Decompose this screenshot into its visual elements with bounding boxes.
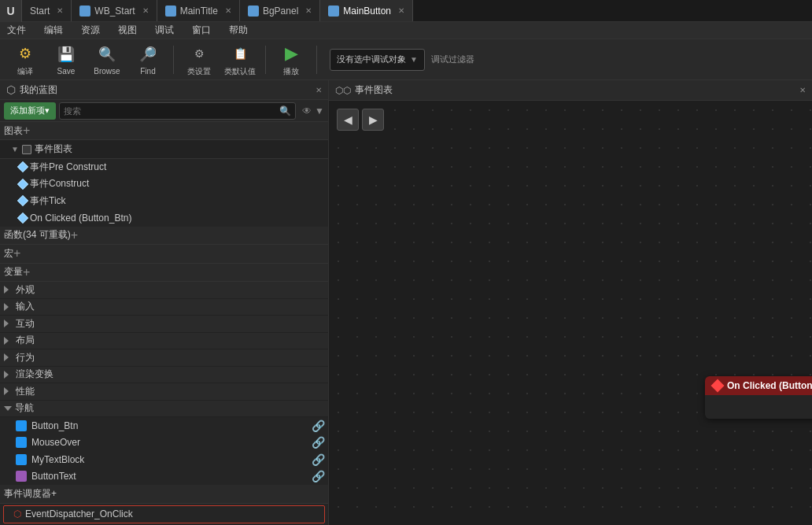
tab-start-close[interactable]: ✕ xyxy=(57,6,63,15)
graph-add-icon[interactable]: + xyxy=(23,124,30,138)
find-label: Find xyxy=(140,67,155,76)
filter-icon[interactable]: ▼ xyxy=(315,105,324,116)
class-defaults-button[interactable]: 📋 类默认值 xyxy=(221,42,259,78)
appearance-label: 外观 xyxy=(16,283,35,297)
add-new-label: 添加新项▾ xyxy=(10,105,50,116)
functions-section-header[interactable]: 函数(34 可重载) + xyxy=(0,227,328,245)
tab-bg-panel[interactable]: BgPanel ✕ xyxy=(240,0,320,21)
performance-group[interactable]: 性能 xyxy=(0,383,328,401)
tab-main-button[interactable]: MainButton ✕ xyxy=(320,0,413,21)
debug-dropdown-arrow: ▼ xyxy=(410,55,418,64)
blueprint-panel-close[interactable]: ✕ xyxy=(316,86,322,94)
save-button[interactable]: 💾 Save xyxy=(47,42,85,78)
blueprint-canvas[interactable]: ◀ ▶ Button Text My Text Block xyxy=(329,101,812,525)
tab-bg-panel-close[interactable]: ✕ xyxy=(305,6,312,15)
add-new-button[interactable]: 添加新项▾ xyxy=(4,102,56,120)
play-button[interactable]: ▶ 播放 xyxy=(272,42,310,78)
tree-item-tick[interactable]: 事件Tick xyxy=(0,193,328,209)
menu-view[interactable]: 视图 xyxy=(115,24,140,37)
event-dispatcher-onclick[interactable]: ⬡ EventDispatcher_OnClick xyxy=(3,505,325,523)
var-mouseover-icon xyxy=(16,437,27,448)
canvas-close[interactable]: ✕ xyxy=(799,86,806,94)
class-settings-button[interactable]: ⚙ 类设置 xyxy=(180,42,218,78)
var-buttontext-go[interactable]: 🔗 xyxy=(312,470,325,482)
debug-dropdown[interactable]: 没有选中调试对象 ▼ xyxy=(330,49,425,71)
macros-section-header[interactable]: 宏 + xyxy=(0,245,328,263)
render-group[interactable]: 渲染变换 xyxy=(0,367,328,384)
event-dispatchers-add-icon[interactable]: + xyxy=(51,488,57,499)
event-graph-section-header[interactable]: ▼ 事件图表 xyxy=(0,140,328,158)
var-mytextblock[interactable]: MyTextBlock 🔗 xyxy=(0,451,328,468)
browse-button[interactable]: 🔍 Browse xyxy=(88,42,126,78)
graph-section-header[interactable]: 图表 + xyxy=(0,122,328,140)
behavior-label: 行为 xyxy=(16,351,35,364)
on-clicked-header: On Clicked (Button_Btn) ▣ xyxy=(705,376,812,395)
tab-start[interactable]: Start ✕ xyxy=(22,0,72,21)
var-button-btn-go[interactable]: 🔗 xyxy=(312,420,325,432)
tab-bg-panel-label: BgPanel xyxy=(263,6,298,17)
search-box[interactable]: 🔍 xyxy=(59,102,296,120)
layout-group[interactable]: 布局 xyxy=(0,333,328,350)
tab-wb-start[interactable]: WB_Start ✕ xyxy=(72,0,157,21)
save-label: Save xyxy=(57,67,76,76)
nav-group[interactable]: 导航 xyxy=(0,401,328,418)
variables-section-header[interactable]: 变量 + xyxy=(0,264,328,282)
var-buttontext[interactable]: ButtonText 🔗 xyxy=(0,468,328,485)
appearance-expand xyxy=(4,286,13,294)
class-settings-icon: ⚙ xyxy=(188,43,210,65)
tree-item-pre-construct[interactable]: 事件Pre Construct xyxy=(0,159,328,176)
appearance-group[interactable]: 外观 xyxy=(0,282,328,299)
nav-forward-button[interactable]: ▶ xyxy=(362,109,384,131)
on-clicked-body xyxy=(705,395,812,419)
on-clicked-node[interactable]: On Clicked (Button_Btn) ▣ xyxy=(705,376,812,419)
menu-resource[interactable]: 资源 xyxy=(78,24,103,37)
tab-main-title-label: MainTitle xyxy=(180,6,218,17)
var-button-btn[interactable]: Button_Btn 🔗 xyxy=(0,417,328,434)
compile-icon: ⚙ xyxy=(14,43,36,65)
interactive-group[interactable]: 互动 xyxy=(0,316,328,333)
tab-main-button-close[interactable]: ✕ xyxy=(398,6,404,15)
tab-main-title[interactable]: MainTitle ✕ xyxy=(157,0,240,21)
menu-edit[interactable]: 编辑 xyxy=(41,24,66,37)
event-dispatchers-section[interactable]: 事件调度器 + xyxy=(0,485,328,503)
var-mouseover-go[interactable]: 🔗 xyxy=(312,436,325,449)
toolbar: ⚙ 编译 💾 Save 🔍 Browse 🔎 Find ⚙ 类设置 📋 类默认值… xyxy=(0,39,812,80)
behavior-group[interactable]: 行为 xyxy=(0,349,328,367)
var-mytextblock-icon xyxy=(16,454,27,465)
menu-file[interactable]: 文件 xyxy=(4,24,29,37)
play-icon: ▶ xyxy=(280,43,302,65)
on-clicked-exec-pin xyxy=(705,399,812,415)
find-button[interactable]: 🔎 Find xyxy=(129,42,167,78)
title-bar: U Start ✕ WB_Start ✕ MainTitle ✕ BgPanel… xyxy=(0,0,812,22)
class-settings-label: 类设置 xyxy=(187,66,211,77)
eye-icon[interactable]: 👁 xyxy=(302,105,312,116)
menu-debug[interactable]: 调试 xyxy=(152,24,177,37)
blueprint-toolbar: 添加新项▾ 🔍 👁 ▼ xyxy=(0,100,328,121)
performance-label: 性能 xyxy=(16,385,35,398)
nav-back-button[interactable]: ◀ xyxy=(337,109,359,131)
interactive-label: 互动 xyxy=(16,317,35,331)
compile-button[interactable]: ⚙ 编译 xyxy=(6,42,44,78)
tab-wb-start-close[interactable]: ✕ xyxy=(142,6,149,15)
tree-item-on-clicked[interactable]: On Clicked (Button_Btn) xyxy=(0,209,328,226)
on-clicked-icon xyxy=(17,213,28,224)
variables-add-icon[interactable]: + xyxy=(23,265,30,279)
tab-main-title-close[interactable]: ✕ xyxy=(225,6,231,15)
var-button-btn-label: Button_Btn xyxy=(31,420,78,431)
input-group[interactable]: 输入 xyxy=(0,299,328,316)
menu-help[interactable]: 帮助 xyxy=(226,24,251,37)
dispatcher-icon: ⬡ xyxy=(13,508,21,519)
macros-label: 宏 xyxy=(4,247,13,261)
performance-expand xyxy=(4,387,13,395)
save-icon: 💾 xyxy=(55,43,77,65)
search-input[interactable] xyxy=(64,106,277,116)
tree-item-construct[interactable]: 事件Construct xyxy=(0,176,328,192)
macros-add-icon[interactable]: + xyxy=(13,246,20,261)
toolbar-separator-1 xyxy=(173,46,174,74)
functions-add-icon[interactable]: + xyxy=(71,228,78,242)
menu-window[interactable]: 窗口 xyxy=(189,24,214,37)
var-mytextblock-go[interactable]: 🔗 xyxy=(312,453,325,466)
event-graph-expand-icon: ▼ xyxy=(11,145,19,153)
var-mouseover[interactable]: MouseOver 🔗 xyxy=(0,434,328,451)
debug-filter-label: 调试过滤器 xyxy=(431,54,474,65)
